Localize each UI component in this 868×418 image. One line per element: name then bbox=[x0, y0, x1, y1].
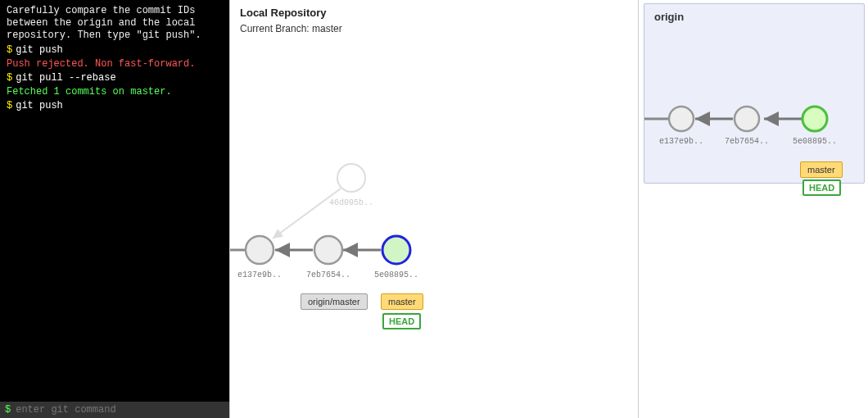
commit-id: e137e9b.. bbox=[659, 137, 703, 146]
prompt-icon: $ bbox=[5, 404, 11, 416]
terminal-line: Fetched 1 commits on master. bbox=[7, 86, 223, 98]
ref-origin-master: origin/master bbox=[301, 293, 368, 310]
terminal-line: $git pull --rebase bbox=[7, 72, 223, 84]
commit-id: 7eb7654.. bbox=[725, 137, 769, 146]
terminal-line: $git push bbox=[7, 44, 223, 56]
ref-head: HEAD bbox=[382, 313, 421, 329]
prompt-icon: $ bbox=[7, 44, 12, 56]
origin-panel: origin e137e9b.. 7eb7654.. 5e08895.. mas… bbox=[644, 3, 865, 184]
origin-commit-graph: e137e9b.. 7eb7654.. 5e08895.. bbox=[644, 4, 866, 184]
commit-id: 5e08895.. bbox=[374, 270, 418, 279]
prompt-icon: $ bbox=[7, 72, 12, 84]
commit-node bbox=[246, 236, 274, 264]
commit-id: 46d095b.. bbox=[329, 198, 373, 207]
commit-id: 7eb7654.. bbox=[306, 270, 350, 279]
commit-id: e137e9b.. bbox=[237, 270, 282, 279]
commit-node bbox=[314, 236, 342, 264]
command-bar[interactable]: $ bbox=[0, 402, 229, 418]
commit-node bbox=[669, 107, 694, 131]
commit-node-rebased bbox=[337, 164, 365, 192]
prompt-icon: $ bbox=[7, 100, 12, 111]
ref-master: master bbox=[381, 293, 423, 310]
commit-id: 5e08895.. bbox=[793, 137, 837, 146]
commit-node-head bbox=[382, 236, 410, 264]
ref-head: HEAD bbox=[802, 179, 841, 196]
terminal-line: Push rejected. Non fast-forward. bbox=[7, 58, 223, 70]
terminal-panel: Carefully compare the commit IDs between… bbox=[0, 0, 229, 418]
commit-node bbox=[735, 107, 759, 131]
command-input[interactable] bbox=[14, 403, 224, 416]
local-repo-panel: Local Repository Current Branch: master … bbox=[229, 0, 639, 418]
terminal-instruction: Carefully compare the commit IDs between… bbox=[7, 5, 223, 42]
local-commit-graph: e137e9b.. 7eb7654.. 5e08895.. 46d095b.. bbox=[230, 0, 640, 418]
svg-line-3 bbox=[273, 189, 341, 239]
ref-master: master bbox=[800, 161, 843, 178]
terminal-line: $git push bbox=[7, 100, 223, 111]
commit-node-head bbox=[802, 107, 827, 131]
